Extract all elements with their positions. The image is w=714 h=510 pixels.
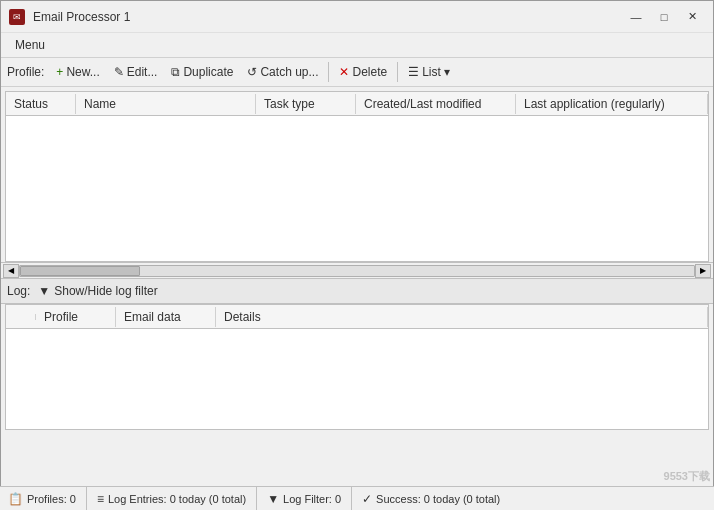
col-header-status: Status — [6, 94, 76, 114]
log-filter-count: Log Filter: 0 — [283, 493, 341, 505]
col-header-name: Name — [76, 94, 256, 114]
new-button[interactable]: + New... — [50, 60, 105, 84]
list-button[interactable]: ☰ List ▾ — [402, 60, 456, 84]
app-icon: ✉ — [9, 9, 25, 25]
filter-icon: ▼ — [38, 284, 50, 298]
horizontal-scrollbar-area: ◀ ▶ — [1, 262, 713, 278]
profiles-count: Profiles: 0 — [27, 493, 76, 505]
horizontal-scrollbar[interactable] — [19, 265, 695, 277]
catchup-button[interactable]: ↺ Catch up... — [241, 60, 324, 84]
maximize-button[interactable]: □ — [651, 7, 677, 27]
log-col-header-profile: Profile — [36, 307, 116, 327]
catchup-label: Catch up... — [260, 65, 318, 79]
table-body — [6, 116, 708, 261]
edit-button[interactable]: ✎ Edit... — [108, 60, 164, 84]
show-hide-log-filter-button[interactable]: ▼ Show/Hide log filter — [34, 282, 161, 300]
log-header: Log: ▼ Show/Hide log filter — [1, 278, 713, 304]
list-label: List ▾ — [422, 65, 450, 79]
status-success: ✓ Success: 0 today (0 total) — [352, 487, 510, 510]
log-entries-icon: ≡ — [97, 492, 104, 506]
menu-item-menu[interactable]: Menu — [9, 36, 51, 54]
col-header-last: Last application (regularly) — [516, 94, 708, 114]
profile-label: Profile: — [7, 65, 44, 79]
table-header: Status Name Task type Created/Last modif… — [6, 92, 708, 116]
scrollbar-thumb[interactable] — [20, 266, 140, 276]
log-col-header-check — [6, 314, 36, 320]
new-icon: + — [56, 65, 63, 79]
log-table-area: Profile Email data Details — [5, 304, 709, 430]
log-col-header-details: Details — [216, 307, 708, 327]
delete-label: Delete — [352, 65, 387, 79]
edit-label: Edit... — [127, 65, 158, 79]
list-icon: ☰ — [408, 65, 419, 79]
log-filter-icon: ▼ — [267, 492, 279, 506]
profiles-status-icon: 📋 — [8, 492, 23, 506]
status-log-filter: ▼ Log Filter: 0 — [257, 487, 352, 510]
toolbar-separator-2 — [397, 62, 398, 82]
filter-label: Show/Hide log filter — [54, 284, 157, 298]
col-header-task: Task type — [256, 94, 356, 114]
scroll-right-button[interactable]: ▶ — [695, 264, 711, 278]
log-label: Log: — [7, 284, 30, 298]
status-profiles: 📋 Profiles: 0 — [8, 487, 87, 510]
new-label: New... — [66, 65, 99, 79]
close-button[interactable]: ✕ — [679, 7, 705, 27]
window-controls: — □ ✕ — [623, 7, 705, 27]
menu-bar: Menu — [1, 33, 713, 57]
scroll-left-button[interactable]: ◀ — [3, 264, 19, 278]
log-entries-count: Log Entries: 0 today (0 total) — [108, 493, 246, 505]
success-count: Success: 0 today (0 total) — [376, 493, 500, 505]
duplicate-label: Duplicate — [183, 65, 233, 79]
watermark: 9553下载 — [664, 469, 710, 484]
main-table-area: Status Name Task type Created/Last modif… — [5, 91, 709, 262]
toolbar: Profile: + New... ✎ Edit... ⧉ Duplicate … — [1, 57, 713, 87]
status-bar: 📋 Profiles: 0 ≡ Log Entries: 0 today (0 … — [0, 486, 714, 510]
delete-button[interactable]: ✕ Delete — [333, 60, 393, 84]
toolbar-separator — [328, 62, 329, 82]
log-table-header: Profile Email data Details — [6, 305, 708, 329]
edit-icon: ✎ — [114, 65, 124, 79]
col-header-created: Created/Last modified — [356, 94, 516, 114]
duplicate-icon: ⧉ — [171, 65, 180, 79]
log-col-header-email: Email data — [116, 307, 216, 327]
log-body — [6, 329, 708, 429]
delete-icon: ✕ — [339, 65, 349, 79]
title-bar: ✉ Email Processor 1 — □ ✕ — [1, 1, 713, 33]
minimize-button[interactable]: — — [623, 7, 649, 27]
success-icon: ✓ — [362, 492, 372, 506]
duplicate-button[interactable]: ⧉ Duplicate — [165, 60, 239, 84]
status-log-entries: ≡ Log Entries: 0 today (0 total) — [87, 487, 257, 510]
title-bar-left: ✉ Email Processor 1 — [9, 9, 130, 25]
window-title: Email Processor 1 — [33, 10, 130, 24]
catchup-icon: ↺ — [247, 65, 257, 79]
